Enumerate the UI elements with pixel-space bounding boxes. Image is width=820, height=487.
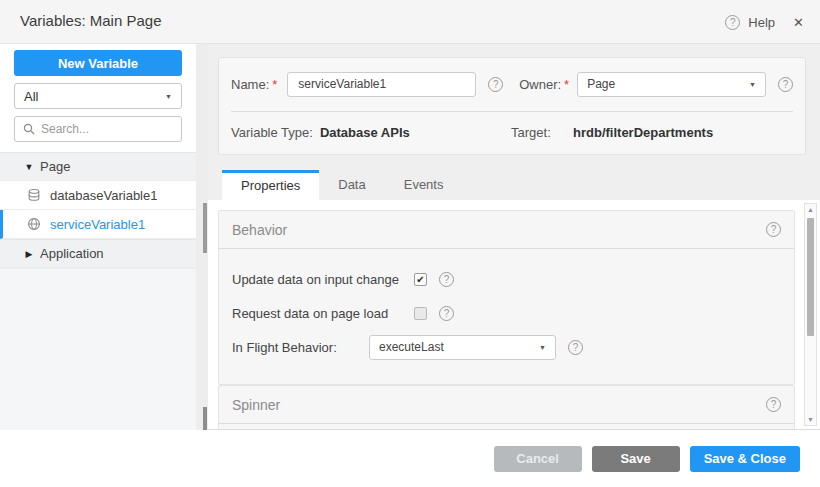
scroll-down-icon[interactable]: ▼ <box>805 416 816 423</box>
behavior-section-header: Behavior ? <box>219 211 794 249</box>
spinner-help-icon[interactable]: ? <box>766 397 781 412</box>
update-on-input-help-icon[interactable]: ? <box>439 272 454 287</box>
behavior-section: Behavior ? Update data on input change ✔… <box>218 210 795 385</box>
behavior-section-title: Behavior <box>232 222 287 238</box>
search-icon <box>23 123 35 135</box>
chevron-down-icon: ▼ <box>749 81 756 88</box>
variable-search[interactable] <box>14 116 182 142</box>
type-target-row: Variable Type: Database APIs Target: hrd… <box>231 125 793 140</box>
scrollbar-thumb[interactable] <box>203 407 207 430</box>
variable-type-value: Database APIs <box>320 125 410 140</box>
scrollbar-thumb[interactable] <box>203 203 207 253</box>
content-scrollbar[interactable]: ▲ ▼ <box>804 203 817 426</box>
dialog-header: Variables: Main Page ? Help ✕ <box>0 0 820 44</box>
update-on-input-checkbox[interactable]: ✔ <box>414 273 427 286</box>
divider <box>231 111 793 112</box>
sidebar-filler <box>0 268 196 430</box>
target-pair: Target: hrdb/filterDepartments <box>511 125 713 140</box>
variables-sidebar: New Variable All ▼ ▼ Page d <box>0 44 196 430</box>
inflight-behavior-label: In Flight Behavior: <box>232 340 369 355</box>
properties-tab-content: Behavior ? Update data on input change ✔… <box>208 200 820 429</box>
tree-item-label: databaseVariable1 <box>50 188 157 203</box>
variable-type-pair: Variable Type: Database APIs <box>231 125 511 140</box>
tab-data[interactable]: Data <box>319 170 384 200</box>
chevron-down-icon: ▼ <box>539 344 546 351</box>
header-actions: ? Help ✕ <box>725 0 804 44</box>
behavior-help-icon[interactable]: ? <box>766 222 781 237</box>
inflight-behavior-help-icon[interactable]: ? <box>568 340 583 355</box>
spinner-section: Spinner ? <box>218 385 795 429</box>
triangle-collapsed-icon[interactable]: ▶ <box>18 249 40 259</box>
request-on-load-row: Request data on page load ? <box>232 296 781 330</box>
inflight-behavior-row: In Flight Behavior: executeLast ▼ ? <box>232 330 781 364</box>
variable-editor-panel: Name:* ? Owner:* Page ▼ ? Variable Type:… <box>208 44 820 430</box>
save-button[interactable]: Save <box>592 446 680 472</box>
tree-group-page[interactable]: ▼ Page <box>0 152 196 181</box>
owner-help-icon[interactable]: ? <box>778 77 793 92</box>
spinner-section-title: Spinner <box>232 397 280 413</box>
name-label: Name:* <box>231 77 277 92</box>
tab-properties[interactable]: Properties <box>222 170 319 200</box>
close-icon[interactable]: ✕ <box>793 15 804 30</box>
triangle-expanded-icon[interactable]: ▼ <box>18 162 40 172</box>
request-on-load-checkbox[interactable] <box>414 307 427 320</box>
tree-item-label: serviceVariable1 <box>50 217 145 232</box>
tree-group-label: Application <box>40 246 104 261</box>
required-asterisk: * <box>272 77 277 92</box>
checkbox-checked-icon: ✔ <box>416 274 424 285</box>
cancel-button[interactable]: Cancel <box>494 446 582 472</box>
name-input[interactable] <box>287 72 476 97</box>
owner-select[interactable]: Page ▼ <box>577 72 766 97</box>
inflight-behavior-value: executeLast <box>379 340 444 354</box>
new-variable-button[interactable]: New Variable <box>14 50 182 76</box>
help-icon[interactable]: ? <box>725 15 740 30</box>
spinner-section-header: Spinner ? <box>219 386 794 424</box>
target-value: hrdb/filterDepartments <box>573 125 713 140</box>
required-asterisk: * <box>564 77 569 92</box>
tree-item-database-variable[interactable]: databaseVariable1 <box>0 181 196 210</box>
dialog-footer: Cancel Save Save & Close <box>0 430 820 487</box>
save-and-close-button[interactable]: Save & Close <box>690 446 800 472</box>
behavior-section-body: Update data on input change ✔ ? Request … <box>219 249 794 364</box>
request-on-load-label: Request data on page load <box>232 306 414 321</box>
name-help-icon[interactable]: ? <box>488 77 503 92</box>
name-owner-row: Name:* ? Owner:* Page ▼ ? <box>231 71 793 97</box>
variable-filter-value: All <box>24 89 38 104</box>
search-input[interactable] <box>41 122 161 136</box>
scroll-up-icon[interactable]: ▲ <box>805 206 816 213</box>
target-label: Target: <box>511 125 573 140</box>
help-link[interactable]: Help <box>748 15 775 30</box>
sidebar-controls: New Variable All ▼ <box>0 44 196 152</box>
page-title: Variables: Main Page <box>20 12 161 29</box>
request-on-load-help-icon[interactable]: ? <box>439 306 454 321</box>
inflight-behavior-select[interactable]: executeLast ▼ <box>369 335 556 360</box>
variable-filter-select[interactable]: All ▼ <box>14 83 182 109</box>
tab-events[interactable]: Events <box>385 170 463 200</box>
tree-item-service-variable[interactable]: serviceVariable1 <box>0 210 196 239</box>
scrollbar-thumb[interactable] <box>807 218 814 336</box>
editor-tabs: Properties Data Events <box>222 170 462 200</box>
chevron-down-icon: ▼ <box>165 93 172 100</box>
tree-group-label: Page <box>40 159 70 174</box>
variable-summary-card: Name:* ? Owner:* Page ▼ ? Variable Type:… <box>218 57 806 155</box>
variables-dialog: Variables: Main Page ? Help ✕ New Variab… <box>0 0 820 487</box>
variable-type-label: Variable Type: <box>231 125 313 140</box>
database-icon <box>27 188 41 202</box>
update-on-input-row: Update data on input change ✔ ? <box>232 262 781 296</box>
owner-value: Page <box>587 77 615 91</box>
update-on-input-label: Update data on input change <box>232 272 414 287</box>
sidebar-scrollbar[interactable] <box>196 44 208 430</box>
tree-group-application[interactable]: ▶ Application <box>0 239 196 268</box>
globe-icon <box>27 217 41 231</box>
owner-label: Owner:* <box>519 77 569 92</box>
